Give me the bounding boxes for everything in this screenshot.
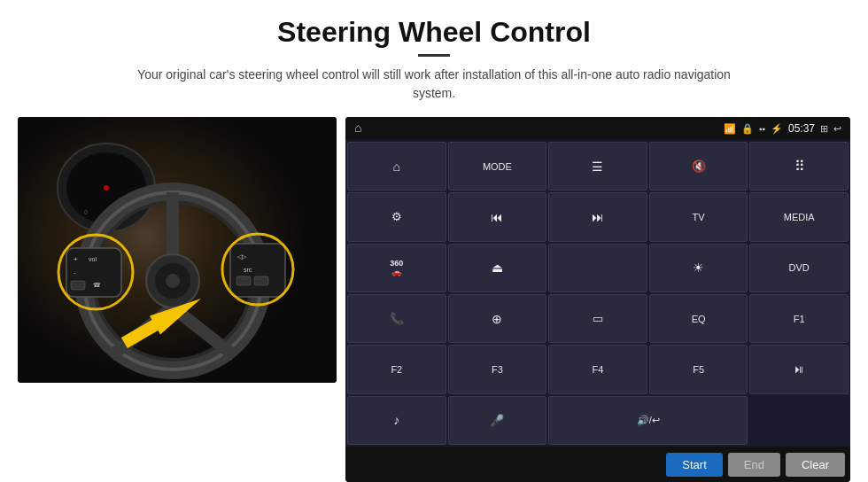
clear-button[interactable]: Clear: [786, 453, 845, 477]
nav-button[interactable]: ⚙: [347, 192, 446, 241]
start-button[interactable]: Start: [666, 453, 722, 477]
f1-button[interactable]: F1: [749, 294, 849, 343]
mode-button[interactable]: MODE: [448, 142, 547, 190]
globe-button[interactable]: ⊕: [448, 294, 547, 343]
screen-button[interactable]: ▭: [548, 294, 647, 343]
radio-button[interactable]: [548, 244, 647, 292]
svg-text:-: -: [74, 268, 76, 276]
back-icon: ↩: [833, 123, 841, 135]
eq-button[interactable]: EQ: [649, 294, 748, 343]
eject-button[interactable]: ⏏: [448, 244, 547, 292]
dvd-button[interactable]: DVD: [749, 244, 849, 292]
home-status-icon: ⌂: [354, 121, 361, 136]
mic-button[interactable]: 🎤: [448, 396, 547, 445]
media-button[interactable]: MEDIA: [749, 192, 849, 241]
svg-point-14: [166, 274, 180, 288]
svg-text:vol: vol: [89, 256, 97, 262]
prev-button[interactable]: ⏮: [448, 192, 547, 241]
svg-rect-25: [254, 276, 268, 285]
home-button[interactable]: [347, 142, 446, 190]
tv-button[interactable]: TV: [649, 192, 748, 241]
status-bar: ⌂ 📶 🔒 ▪▪ ⚡ 05:37 ⊞ ↩: [345, 117, 850, 140]
status-bar-left: ⌂: [354, 121, 361, 136]
empty-button: [749, 396, 849, 445]
action-bar: Start End Clear: [345, 447, 850, 482]
svg-rect-21: [230, 244, 285, 297]
status-time: 05:37: [788, 122, 815, 135]
end-button[interactable]: End: [728, 453, 780, 477]
f5-button[interactable]: F5: [649, 345, 748, 393]
title-divider: [418, 54, 450, 57]
music-button[interactable]: ♪: [347, 396, 446, 445]
f4-button[interactable]: F4: [548, 345, 647, 393]
svg-text:src: src: [244, 267, 252, 273]
playpause-button[interactable]: ⏯: [749, 345, 849, 393]
svg-rect-24: [236, 276, 251, 285]
lock-icon: 🔒: [741, 123, 754, 135]
f3-button[interactable]: F3: [448, 345, 547, 393]
wifi-icon: 📶: [724, 123, 736, 135]
svg-text:◁▷: ◁▷: [237, 253, 247, 260]
bt-icon: ⚡: [771, 123, 783, 135]
f2-button[interactable]: F2: [347, 345, 446, 393]
steering-wheel-image: 0 220 + - vol ☎ ◁▷ src: [18, 117, 337, 383]
status-bar-right: 📶 🔒 ▪▪ ⚡ 05:37 ⊞ ↩: [724, 122, 841, 135]
menu-button[interactable]: [548, 142, 647, 190]
apps-button[interactable]: ⠿: [749, 142, 849, 190]
callend-button[interactable]: 🔊/↩: [548, 396, 748, 445]
svg-text:☎: ☎: [93, 282, 101, 288]
button-grid: MODE 🔇 ⠿ ⚙ ⏮ ⏭ TV MEDIA 360🚗 ⏏ ☀ DVD 📞 ⊕…: [345, 140, 850, 447]
page-subtitle: Your original car's steering wheel contr…: [124, 66, 744, 103]
next-button[interactable]: ⏭: [548, 192, 647, 241]
mute-button[interactable]: 🔇: [649, 142, 748, 190]
svg-text:0: 0: [84, 209, 88, 215]
content-area: 0 220 + - vol ☎ ◁▷ src: [0, 108, 868, 482]
page-title: Steering Wheel Control: [18, 16, 850, 49]
360-button[interactable]: 360🚗: [347, 244, 446, 292]
svg-rect-19: [71, 281, 85, 290]
control-panel: ⌂ 📶 🔒 ▪▪ ⚡ 05:37 ⊞ ↩ MODE 🔇 ⠿ ⚙ ⏮ ⏭: [345, 117, 850, 482]
phone-button[interactable]: 📞: [347, 294, 446, 343]
bright-button[interactable]: ☀: [649, 244, 748, 292]
svg-text:+: +: [74, 255, 78, 263]
svg-point-3: [104, 185, 109, 190]
storage-icon: ▪▪: [759, 124, 765, 134]
page-header: Steering Wheel Control Your original car…: [0, 0, 868, 108]
window-icon: ⊞: [820, 123, 828, 135]
